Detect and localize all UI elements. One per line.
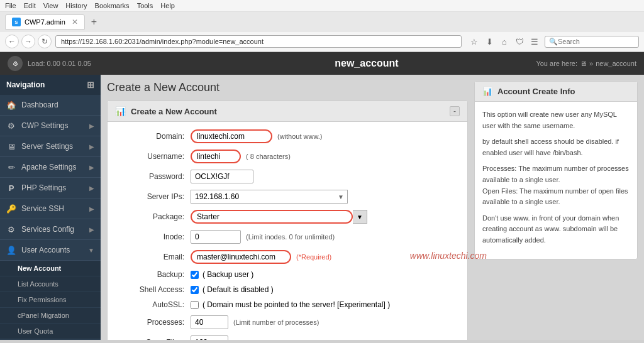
username-input[interactable]: [191, 150, 241, 163]
load-info: Load: 0.00 0.01 0.05: [28, 60, 197, 67]
php-settings-arrow: ▶: [89, 185, 94, 192]
menu-history[interactable]: History: [65, 2, 87, 9]
package-row: Package: ▼: [115, 210, 460, 224]
breadcrumb-page: new_account: [596, 60, 636, 67]
server-ips-wrapper: 192.168.1.60 ▼: [191, 190, 348, 204]
subitem-label: List Accounts: [18, 280, 58, 288]
services-config-icon: ⚙: [6, 224, 16, 234]
open-files-input[interactable]: [191, 335, 228, 340]
sidebar-subitem-list-accounts[interactable]: List Accounts: [0, 276, 101, 292]
app: ⚙ Load: 0.00 0.01 0.05 new_account You a…: [0, 52, 644, 340]
card-icon: 📊: [115, 106, 126, 116]
card-body: Domain: (without www.) Username: ( 8 cha…: [108, 122, 467, 340]
download-icon[interactable]: ⬇: [483, 35, 496, 48]
bookmark-icon[interactable]: ☆: [468, 35, 480, 48]
shell-access-checkbox[interactable]: [191, 286, 199, 294]
app-logo: ⚙: [8, 56, 23, 71]
domain-row: Domain: (without www.): [115, 129, 460, 143]
sidebar-item-label: Dashboard: [21, 101, 58, 109]
sidebar-item-dashboard[interactable]: 🏠 Dashboard: [0, 95, 101, 116]
menu-icon[interactable]: ☰: [528, 35, 541, 48]
menu-help[interactable]: Help: [160, 2, 175, 9]
sidebar-item-domains[interactable]: 🌐 Domains ▶: [0, 339, 101, 340]
sidebar-subitem-new-account[interactable]: New Account: [0, 261, 101, 276]
password-row: Password:: [115, 170, 460, 183]
info-para4: Don't use www. in front of your domain w…: [482, 213, 630, 246]
sidebar-item-services-config[interactable]: ⚙ Services Config ▶: [0, 219, 101, 240]
reload-button[interactable]: ↻: [38, 35, 52, 48]
user-accounts-arrow: ▼: [88, 247, 94, 254]
inode-input[interactable]: [191, 230, 241, 244]
search-bar[interactable]: 🔍: [545, 36, 639, 48]
forward-button[interactable]: →: [21, 35, 35, 48]
info-card: 📊 Account Create Info This option will c…: [474, 81, 638, 259]
sidebar-item-server-settings[interactable]: 🖥 Server Settings ▶: [0, 136, 101, 157]
browser-chrome: File Edit View History Bookmarks Tools H…: [0, 0, 644, 52]
nav-buttons: ← → ↻: [5, 35, 52, 48]
sidebar-item-service-ssh[interactable]: 🔑 Service SSH ▶: [0, 199, 101, 219]
package-dropdown-button[interactable]: ▼: [353, 210, 367, 224]
back-button[interactable]: ←: [5, 35, 19, 48]
sidebar-header: Navigation ⊞: [0, 75, 101, 95]
domain-input[interactable]: [191, 129, 272, 143]
sidebar-header-label: Navigation: [6, 80, 45, 89]
password-input[interactable]: [191, 170, 253, 183]
autossl-row: AutoSSL: ( Domain must be pointed to the…: [115, 300, 460, 309]
backup-checkbox[interactable]: [191, 271, 199, 279]
domain-hint: (without www.): [277, 133, 323, 140]
menu-tools[interactable]: Tools: [137, 2, 153, 9]
sidebar-subitem-user-quota[interactable]: User Quota: [0, 324, 101, 339]
menu-file[interactable]: File: [5, 2, 16, 9]
shell-access-checkbox-row: ( Default is disabled ): [191, 285, 274, 294]
cwp-settings-arrow: ▶: [89, 122, 94, 129]
breadcrumb-label: You are here:: [536, 60, 577, 67]
tab-bar: S CWP7.admin ✕ +: [0, 12, 644, 32]
server-ips-select[interactable]: 192.168.1.60: [191, 190, 348, 204]
sidebar-item-apache-settings[interactable]: ✏ Apache Settings ▶: [0, 157, 101, 178]
sidebar-subitem-cpanel-migration[interactable]: cPanel Migration: [0, 308, 101, 324]
processes-input[interactable]: [191, 315, 228, 329]
server-settings-icon: 🖥: [6, 141, 16, 151]
autossl-checkbox[interactable]: [191, 301, 199, 309]
tab-label: CWP7.admin: [25, 18, 65, 26]
subitem-label: User Quota: [18, 327, 53, 335]
toolbar-icons: ☆ ⬇ ⌂ 🛡 ☰: [468, 35, 541, 48]
processes-hint: (Limit number of processes): [233, 318, 319, 326]
autossl-label: AutoSSL:: [115, 300, 191, 309]
card-header-left: 📊 Create a New Account: [115, 106, 217, 116]
new-tab-button[interactable]: +: [87, 15, 101, 29]
package-input[interactable]: [191, 210, 353, 224]
user-accounts-icon: 👤: [6, 245, 16, 255]
card-title: Create a New Account: [131, 107, 217, 116]
menu-bookmarks[interactable]: Bookmarks: [95, 2, 130, 9]
menu-edit[interactable]: Edit: [24, 2, 36, 9]
sidebar-expand-icon[interactable]: ⊞: [87, 80, 94, 90]
shell-access-label: Shell Access:: [115, 285, 191, 294]
url-input[interactable]: [55, 35, 462, 48]
dashboard-icon: 🏠: [6, 100, 16, 110]
processes-row: Processes: (Limit number of processes): [115, 315, 460, 329]
sidebar-subitem-fix-permissions[interactable]: Fix Permissions: [0, 292, 101, 308]
subitem-label: cPanel Migration: [18, 312, 69, 319]
tab-favicon: S: [12, 18, 21, 26]
email-input[interactable]: [191, 250, 291, 264]
menu-view[interactable]: View: [43, 2, 58, 9]
card-minimize-button[interactable]: -: [450, 106, 460, 116]
search-input[interactable]: [558, 38, 633, 45]
sidebar-item-label: Services Config: [21, 225, 74, 234]
menu-bar: File Edit View History Bookmarks Tools H…: [0, 0, 644, 12]
open-files-hint: (Limit number of open files): [233, 339, 317, 340]
home-icon[interactable]: ⌂: [498, 35, 511, 48]
shield-icon[interactable]: 🛡: [513, 35, 526, 48]
sidebar-item-label: Service SSH: [21, 204, 64, 213]
inode-label: Inode:: [115, 232, 191, 241]
sidebar-item-php-settings[interactable]: P PHP Settings ▶: [0, 178, 101, 199]
active-tab[interactable]: S CWP7.admin ✕: [5, 14, 85, 30]
sidebar-item-cwp-settings[interactable]: ⚙ CWP Settings ▶: [0, 116, 101, 136]
autossl-hint: ( Domain must be pointed to the server! …: [203, 300, 390, 309]
service-ssh-arrow: ▶: [89, 205, 94, 212]
close-tab-button[interactable]: ✕: [72, 18, 78, 26]
sidebar-item-user-accounts[interactable]: 👤 User Accounts ▼: [0, 240, 101, 261]
password-label: Password:: [115, 172, 191, 181]
email-label: Email:: [115, 253, 191, 261]
